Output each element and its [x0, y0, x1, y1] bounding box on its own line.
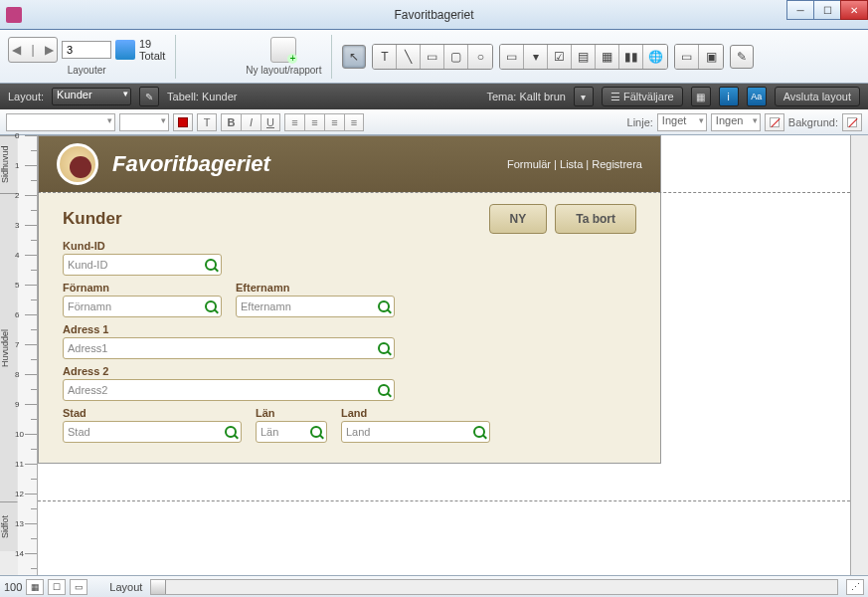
zoom-level[interactable]: 100 — [4, 581, 22, 593]
lookup-icon[interactable] — [378, 384, 390, 396]
align-justify-button[interactable]: ≡ — [344, 113, 364, 131]
rect-tool[interactable]: ▭ — [421, 45, 444, 69]
resize-grip[interactable]: ⋰ — [846, 579, 864, 595]
status-bar: 100 ▦ ☐ ▭ Layout ⋰ — [0, 575, 868, 597]
section-divider[interactable] — [38, 192, 850, 193]
bakgrund-label: Bakgrund: — [788, 116, 838, 128]
stad-field[interactable]: Stad — [63, 421, 242, 443]
bold-button[interactable]: B — [221, 113, 241, 131]
divider — [175, 35, 176, 79]
current-record-input[interactable] — [62, 41, 111, 59]
prev-record-icon[interactable]: ◀ — [12, 43, 21, 57]
new-layout-icon[interactable] — [270, 37, 296, 63]
bg-color-button[interactable] — [842, 113, 862, 131]
webviewer-tool[interactable]: 🌐 — [643, 45, 667, 69]
mode-label: Layout — [109, 581, 142, 593]
land-field[interactable]: Land — [341, 421, 490, 443]
section-divider[interactable] — [38, 500, 850, 501]
lookup-icon[interactable] — [205, 259, 217, 271]
oval-tool[interactable]: ○ — [468, 45, 492, 69]
fill-color-button[interactable] — [173, 113, 193, 131]
layout-options-bar: Layout: Kunder ✎ Tabell: Kunder Tema: Ka… — [0, 84, 868, 109]
lan-label: Län — [256, 407, 327, 419]
fornamn-field[interactable]: Förnamn — [63, 296, 222, 317]
lookup-icon[interactable] — [378, 300, 390, 312]
vertical-ruler: 012345678910111213141516 — [18, 135, 37, 575]
window-titlebar: Favoritbageriet ─ ☐ ✕ — [0, 0, 868, 30]
adress1-field[interactable]: Adress1 — [63, 337, 395, 359]
nav-formular[interactable]: Formulär — [507, 158, 551, 170]
tab-tool[interactable]: ▤ — [572, 45, 596, 69]
font-selector[interactable] — [6, 113, 115, 131]
button-tool[interactable]: ▭ — [675, 45, 699, 69]
edit-layout-icon[interactable]: ✎ — [139, 87, 159, 106]
adress1-label: Adress 1 — [63, 323, 395, 335]
adress2-label: Adress 2 — [63, 365, 395, 377]
format-painter-tool[interactable]: ✎ — [730, 45, 754, 69]
line-style-selector[interactable]: Ingen — [711, 113, 761, 131]
aa-icon[interactable]: Aa — [747, 87, 767, 106]
form-layout: Favoritbageriet Formulär | Lista | Regis… — [38, 135, 661, 464]
next-record-icon[interactable]: ▶ — [45, 43, 54, 57]
efternamn-field[interactable]: Efternamn — [236, 296, 395, 317]
line-color-button[interactable] — [765, 113, 784, 131]
lookup-icon[interactable] — [310, 426, 322, 438]
roundrect-tool[interactable]: ▢ — [444, 45, 468, 69]
align-right-button[interactable]: ≡ — [324, 113, 344, 131]
lookup-icon[interactable] — [378, 342, 390, 354]
format-bar: T B I U ≡ ≡ ≡ ≡ Linje: Inget Ingen Bakgr… — [0, 109, 868, 135]
table-label: Tabell: — [167, 91, 199, 102]
size-selector[interactable] — [119, 113, 169, 131]
lan-field[interactable]: Län — [256, 421, 327, 443]
minimize-button[interactable]: ─ — [786, 0, 814, 20]
exit-layout-button[interactable]: Avsluta layout — [775, 87, 860, 106]
horizontal-scrollbar[interactable] — [150, 579, 838, 595]
delete-button[interactable]: Ta bort — [555, 204, 636, 234]
new-button[interactable]: NY — [489, 204, 548, 234]
align-left-button[interactable]: ≡ — [284, 113, 304, 131]
text-color-button[interactable]: T — [197, 113, 217, 131]
underline-button[interactable]: U — [260, 113, 280, 131]
maximize-button[interactable]: ☐ — [813, 0, 841, 20]
theme-options-icon[interactable]: ▾ — [574, 87, 594, 106]
popover-tool[interactable]: ▣ — [699, 45, 723, 69]
nav-lista[interactable]: Lista — [560, 158, 583, 170]
layout-selector[interactable]: Kunder — [52, 88, 131, 105]
field-tool[interactable]: ▭ — [500, 45, 524, 69]
chart-tool[interactable]: ▮▮ — [619, 45, 643, 69]
pointer-tool[interactable]: ↖ — [342, 45, 366, 69]
lookup-icon[interactable] — [473, 426, 485, 438]
portal-tool[interactable]: ▦ — [596, 45, 619, 69]
field-picker-button[interactable]: ☰Fältväljare — [602, 87, 683, 106]
text-tool[interactable]: T — [373, 45, 397, 69]
main-toolbar: ◀|▶ 19Totalt Layouter Ny layout/rapport … — [0, 30, 868, 84]
view-mode-3[interactable]: ▭ — [70, 579, 87, 595]
window-title: Favoritbageriet — [0, 8, 868, 22]
linje-label: Linje: — [627, 116, 653, 128]
line-tool[interactable]: ╲ — [397, 45, 421, 69]
checkbox-tool[interactable]: ☑ — [548, 45, 572, 69]
align-center-button[interactable]: ≡ — [304, 113, 324, 131]
lookup-icon[interactable] — [205, 300, 217, 312]
grid-icon[interactable]: ▦ — [691, 87, 711, 106]
lookup-icon[interactable] — [225, 426, 237, 438]
efternamn-label: Efternamn — [236, 282, 395, 294]
record-pager[interactable]: ◀|▶ — [8, 37, 58, 63]
form-header: Favoritbageriet Formulär | Lista | Regis… — [39, 136, 660, 192]
view-mode-1[interactable]: ▦ — [26, 579, 44, 595]
logo-icon — [57, 143, 98, 185]
combo-tool[interactable]: ▾ — [524, 45, 548, 69]
view-mode-2[interactable]: ☐ — [48, 579, 66, 595]
adress2-field[interactable]: Adress2 — [63, 379, 395, 401]
close-button[interactable]: ✕ — [840, 0, 868, 20]
tema-label: Tema: — [486, 91, 516, 102]
info-icon[interactable]: i — [719, 87, 739, 106]
line-width-selector[interactable]: Inget — [657, 113, 707, 131]
fornamn-label: Förnamn — [63, 282, 222, 294]
vertical-scrollbar[interactable] — [850, 135, 868, 575]
nav-registrera[interactable]: Registrera — [592, 158, 642, 170]
layouts-icon[interactable] — [115, 40, 135, 60]
layout-canvas[interactable]: Favoritbageriet Formulär | Lista | Regis… — [38, 135, 850, 575]
italic-button[interactable]: I — [241, 113, 260, 131]
kundid-field[interactable]: Kund-ID — [63, 254, 222, 276]
